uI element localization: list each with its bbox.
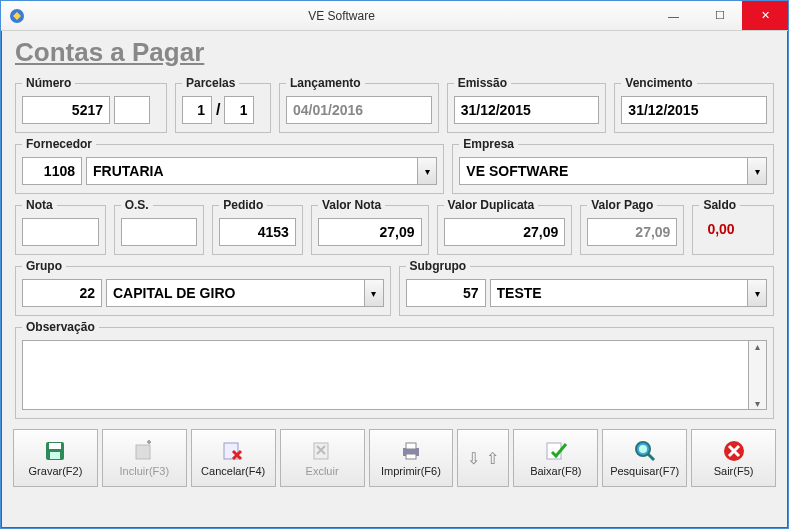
- toolbar: Gravar(F2) Incluir(F3) Cancelar(F4) Excl…: [13, 429, 776, 487]
- os-input[interactable]: [121, 218, 198, 246]
- fornecedor-codigo-input[interactable]: [22, 157, 82, 185]
- lancamento-input[interactable]: [286, 96, 432, 124]
- incluir-button[interactable]: Incluir(F3): [102, 429, 187, 487]
- baixar-label: Baixar(F8): [530, 465, 581, 477]
- os-label: O.S.: [121, 198, 153, 212]
- parcelas-label: Parcelas: [182, 76, 239, 90]
- baixar-button[interactable]: Baixar(F8): [513, 429, 598, 487]
- svg-rect-8: [406, 443, 416, 449]
- nota-input[interactable]: [22, 218, 99, 246]
- vencimento-label: Vencimento: [621, 76, 696, 90]
- empresa-nome-input[interactable]: [459, 157, 747, 185]
- arrow-down-icon: ⇩: [467, 449, 480, 468]
- valor-nota-input[interactable]: [318, 218, 422, 246]
- numero-input[interactable]: [22, 96, 110, 124]
- valor-nota-label: Valor Nota: [318, 198, 385, 212]
- subgrupo-codigo-input[interactable]: [406, 279, 486, 307]
- cancel-icon: [221, 439, 245, 463]
- incluir-label: Incluir(F3): [120, 465, 170, 477]
- add-icon: [132, 439, 156, 463]
- sair-label: Sair(F5): [714, 465, 754, 477]
- excluir-label: Excluir: [306, 465, 339, 477]
- svg-rect-9: [406, 454, 416, 459]
- app-window: VE Software — ☐ ✕ Contas a Pagar Número …: [0, 0, 789, 529]
- nav-arrows[interactable]: ⇩ ⇧: [457, 429, 509, 487]
- close-button[interactable]: ✕: [742, 1, 788, 30]
- subgrupo-nome-input[interactable]: [490, 279, 748, 307]
- empresa-dropdown-button[interactable]: ▾: [747, 157, 767, 185]
- titlebar: VE Software — ☐ ✕: [1, 1, 788, 31]
- grupo-codigo-input[interactable]: [22, 279, 102, 307]
- fornecedor-label: Fornecedor: [22, 137, 96, 151]
- app-icon: [9, 8, 25, 24]
- fornecedor-nome-input[interactable]: [86, 157, 417, 185]
- cancelar-button[interactable]: Cancelar(F4): [191, 429, 276, 487]
- search-icon: [633, 439, 657, 463]
- grupo-nome-input[interactable]: [106, 279, 364, 307]
- emissao-label: Emissão: [454, 76, 511, 90]
- observacao-scrollbar[interactable]: ▴ ▾: [749, 340, 767, 410]
- fornecedor-dropdown-button[interactable]: ▾: [417, 157, 437, 185]
- excluir-button[interactable]: Excluir: [280, 429, 365, 487]
- imprimir-button[interactable]: Imprimir(F6): [369, 429, 454, 487]
- numero-aux-input[interactable]: [114, 96, 150, 124]
- numero-label: Número: [22, 76, 75, 90]
- scroll-down-icon: ▾: [749, 398, 766, 409]
- print-icon: [399, 439, 423, 463]
- exit-icon: [722, 439, 746, 463]
- parcela-separator: /: [214, 101, 222, 119]
- check-icon: [544, 439, 568, 463]
- pesquisar-button[interactable]: Pesquisar(F7): [602, 429, 687, 487]
- gravar-button[interactable]: Gravar(F2): [13, 429, 98, 487]
- maximize-button[interactable]: ☐: [696, 1, 742, 30]
- chevron-down-icon: ▾: [755, 288, 760, 299]
- lancamento-label: Lançamento: [286, 76, 365, 90]
- page-title: Contas a Pagar: [15, 37, 776, 68]
- pedido-input[interactable]: [219, 218, 296, 246]
- emissao-input[interactable]: [454, 96, 600, 124]
- parcela-total-input[interactable]: [224, 96, 254, 124]
- valor-duplicata-input[interactable]: [444, 218, 566, 246]
- chevron-down-icon: ▾: [755, 166, 760, 177]
- arrow-up-icon: ⇧: [486, 449, 499, 468]
- delete-icon: [310, 439, 334, 463]
- valor-pago-input[interactable]: [587, 218, 677, 246]
- valor-duplicata-label: Valor Duplicata: [444, 198, 539, 212]
- pedido-label: Pedido: [219, 198, 267, 212]
- imprimir-label: Imprimir(F6): [381, 465, 441, 477]
- vencimento-input[interactable]: [621, 96, 767, 124]
- nota-label: Nota: [22, 198, 57, 212]
- cancelar-label: Cancelar(F4): [201, 465, 265, 477]
- subgrupo-dropdown-button[interactable]: ▾: [747, 279, 767, 307]
- save-icon: [43, 439, 67, 463]
- saldo-label: Saldo: [699, 198, 740, 212]
- subgrupo-label: Subgrupo: [406, 259, 471, 273]
- grupo-label: Grupo: [22, 259, 66, 273]
- window-controls: — ☐ ✕: [650, 1, 788, 30]
- valor-pago-label: Valor Pago: [587, 198, 657, 212]
- saldo-value: 0,00: [699, 218, 742, 240]
- sair-button[interactable]: Sair(F5): [691, 429, 776, 487]
- grupo-dropdown-button[interactable]: ▾: [364, 279, 384, 307]
- gravar-label: Gravar(F2): [29, 465, 83, 477]
- observacao-label: Observação: [22, 320, 99, 334]
- empresa-label: Empresa: [459, 137, 518, 151]
- scroll-up-icon: ▴: [749, 341, 766, 352]
- window-title: VE Software: [33, 9, 650, 23]
- pesquisar-label: Pesquisar(F7): [610, 465, 679, 477]
- observacao-textarea[interactable]: [22, 340, 749, 410]
- parcela-atual-input[interactable]: [182, 96, 212, 124]
- svg-point-12: [639, 445, 647, 453]
- svg-rect-3: [50, 452, 60, 459]
- svg-rect-4: [136, 445, 150, 459]
- svg-rect-2: [49, 443, 61, 449]
- client-area: Contas a Pagar Número Parcelas / Lançame: [1, 31, 788, 528]
- minimize-button[interactable]: —: [650, 1, 696, 30]
- chevron-down-icon: ▾: [371, 288, 376, 299]
- chevron-down-icon: ▾: [425, 166, 430, 177]
